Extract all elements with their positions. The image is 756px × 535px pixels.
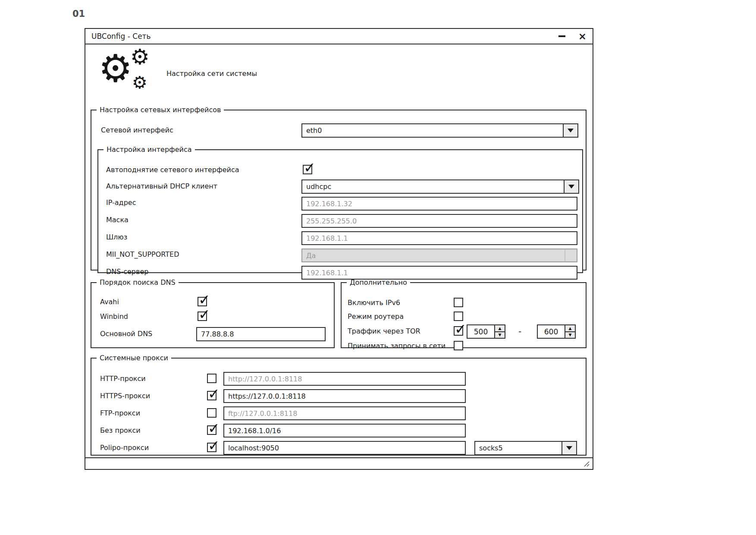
gear-medium-icon: ⚙ [130,46,150,68]
no-proxy-input[interactable] [223,424,466,437]
https-proxy-checkbox[interactable] [207,391,216,400]
gear-small-icon: ⚙ [132,74,147,91]
auto-up-label: Автоподнятие сетевого интерфейса [106,166,239,174]
close-icon[interactable]: × [578,31,587,41]
winbind-label: Winbind [100,312,128,321]
spinner-up-icon[interactable]: ▲ [495,325,505,332]
tor-port-to-spinner[interactable]: 600 ▲ ▼ [537,324,576,339]
chevron-down-icon [568,185,574,189]
spinner-up-icon[interactable]: ▲ [565,325,575,332]
dhcp-client-select-button[interactable] [564,180,578,193]
chevron-down-icon [568,129,574,132]
primary-dns-input[interactable] [196,327,326,341]
dns-order-legend: Порядок поиска DNS [97,278,179,286]
gateway-label: Шлюз [106,233,127,241]
interface-select-value: eth0 [302,124,563,137]
http-proxy-checkbox[interactable] [207,374,216,383]
socks5-select-value: socks5 [475,442,562,454]
http-proxy-input[interactable] [223,372,466,386]
window-controls: × [558,31,587,41]
interface-settings-group: Настройка интерфейса Автоподнятие сетево… [97,145,583,273]
status-bar [85,457,593,469]
spinner-down-icon[interactable]: ▼ [565,332,575,338]
polipo-proxy-input[interactable] [223,441,466,455]
tor-checkbox[interactable] [454,326,463,336]
https-proxy-input[interactable] [223,389,466,403]
tor-range-separator: - [518,326,521,337]
dns-server-label: DNS-сервер [106,268,148,276]
mii-field-divider [565,249,565,261]
ipv6-checkbox[interactable] [454,298,463,307]
chevron-down-icon [566,446,572,450]
mask-label: Маска [106,216,129,224]
interface-settings-legend: Настройка интерфейса [104,145,195,154]
network-interfaces-legend: Настройка сетевых интерфейсов [97,106,224,114]
router-mode-checkbox[interactable] [454,312,463,321]
mask-input[interactable] [301,214,577,228]
accept-requests-label: Принимать запросы в сети [348,342,445,350]
router-mode-label: Режим роутера [348,312,404,321]
app-header: ⚙ ⚙ ⚙ Настройка сети системы [101,50,257,96]
avahi-checkbox[interactable] [198,297,207,306]
gear-large-icon: ⚙ [98,50,132,88]
socks5-select[interactable]: socks5 [474,441,577,455]
tor-port-from-arrows: ▲ ▼ [494,325,505,338]
avahi-label: Avahi [100,298,119,306]
network-interfaces-group: Настройка сетевых интерфейсов Сетевой ин… [91,106,587,271]
accept-requests-checkbox[interactable] [454,341,463,350]
mii-field-value: Да [306,252,316,260]
https-proxy-label: HTTPS-прокси [100,392,150,400]
tor-port-from-value: 500 [467,325,494,338]
primary-dns-label: Основной DNS [100,330,152,338]
socks5-select-button[interactable] [562,442,576,454]
page-title: Настройка сети системы [166,69,257,78]
minimize-icon[interactable] [558,35,565,37]
gears-icon: ⚙ ⚙ ⚙ [101,50,152,96]
ip-label: IP-адрес [106,198,136,207]
ftp-proxy-label: FTP-прокси [100,409,140,417]
spinner-down-icon[interactable]: ▼ [495,332,505,338]
system-proxies-group: Системные прокси HTTP-прокси HTTPS-прокс… [91,354,587,456]
tor-port-to-arrows: ▲ ▼ [565,325,575,338]
dhcp-client-select[interactable]: udhcpc [301,179,579,194]
interface-select-button[interactable] [563,124,577,137]
dns-server-input[interactable] [301,266,577,280]
polipo-proxy-label: Polipo-прокси [100,444,149,452]
figure-label: 01 [72,9,85,19]
ip-input[interactable] [301,197,577,211]
no-proxy-label: Без прокси [100,426,141,434]
ftp-proxy-checkbox[interactable] [207,408,216,418]
additional-legend: Дополнительно [347,278,410,286]
dhcp-client-select-value: udhcpc [302,180,564,193]
ubconfig-window: UBConfig - Сеть × ⚙ ⚙ ⚙ Настройка сети с… [85,28,593,470]
window-title: UBConfig - Сеть [91,32,151,41]
resize-grip-icon[interactable] [583,460,590,467]
interface-select[interactable]: eth0 [301,123,578,138]
auto-up-checkbox[interactable] [303,165,312,174]
mii-label: MII_NOT_SUPPORTED [106,250,179,258]
dns-order-group: Порядок поиска DNS Avahi Winbind Основно… [91,278,335,348]
interface-label: Сетевой интерфейс [101,126,173,134]
dhcp-client-label: Альтернативный DHCP клиент [106,182,217,190]
additional-group: Дополнительно Включить IPv6 Режим роутер… [341,278,587,348]
winbind-checkbox[interactable] [198,312,207,321]
tor-port-from-spinner[interactable]: 500 ▲ ▼ [467,324,505,339]
ipv6-label: Включить IPv6 [348,299,400,307]
ftp-proxy-input[interactable] [223,406,466,420]
system-proxies-legend: Системные прокси [97,354,171,362]
titlebar: UBConfig - Сеть × [85,29,593,44]
no-proxy-checkbox[interactable] [207,425,216,435]
gateway-input[interactable] [301,231,577,245]
tor-port-to-value: 600 [538,325,565,338]
polipo-proxy-checkbox[interactable] [207,443,216,452]
tor-label: Траффик через TOR [348,327,420,335]
http-proxy-label: HTTP-прокси [100,374,146,383]
mii-field: Да [301,249,577,262]
